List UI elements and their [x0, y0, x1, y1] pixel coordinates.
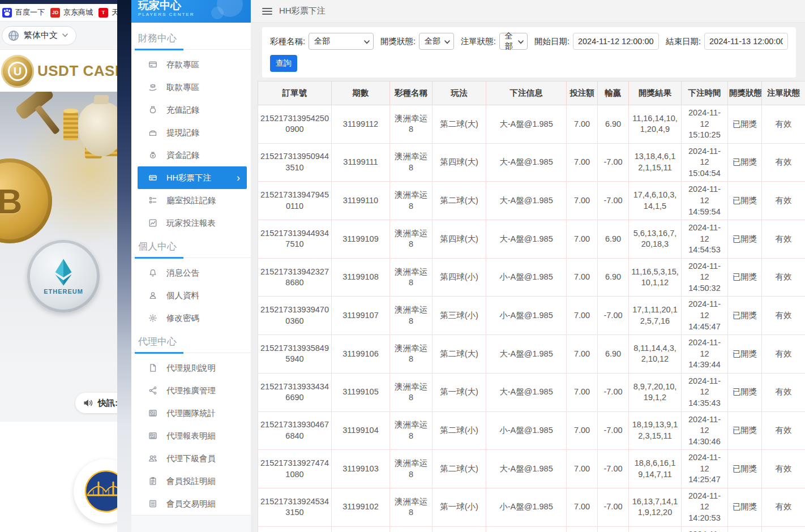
cell-draw_status: 已開獎: [728, 450, 762, 488]
news-ticker[interactable]: 快訊:: [75, 393, 117, 413]
cell-bet_info: 大-A盤@1.985: [486, 526, 567, 532]
cell-order_no: 2152173139394700360: [258, 297, 332, 335]
cell-bet_time: 2024-11-12 15:10:25: [682, 105, 728, 144]
cell-order_no: 2152173139304676840: [258, 411, 332, 450]
ethereum-coin-graphic: ETHEREUM: [27, 240, 100, 312]
cell-order_no: 2152173139449347510: [258, 220, 332, 259]
sidebar-item-deposit[interactable]: 存款專區: [138, 53, 247, 76]
globe-icon: [8, 30, 19, 41]
cell-win_loss: -14.00: [598, 526, 629, 532]
start-date-input[interactable]: [573, 33, 659, 50]
header-win_loss: 輸贏: [598, 81, 629, 105]
bookmark-jd[interactable]: JD京东商城: [50, 7, 93, 18]
cell-order_no: 2152173139479450110: [258, 182, 332, 220]
cell-draw_result: 16,13,7,14,11,9,12,20: [629, 488, 682, 526]
table-row: 215217313921213431031199101澳洲幸运8第一球(大)大-…: [258, 526, 805, 532]
cell-win_loss: -7.00: [598, 411, 629, 450]
cell-bet_time: 2024-11-12 14:20:53: [682, 488, 728, 526]
filter-panel: 彩種名稱: 全部 開獎狀態: 全部 注單狀態: 全部 開始日期: 結束日期:: [262, 27, 796, 78]
order-status-select[interactable]: 全部: [499, 33, 528, 50]
draw-status-select[interactable]: 全部: [419, 33, 454, 50]
section-heading: 財務中心: [131, 28, 251, 50]
sidebar-item-label: 消息公告: [166, 268, 199, 278]
sidebar-item-withdraw[interactable]: 取款專區: [138, 76, 247, 98]
table-row: 215217313924534315031199102澳洲幸运8第一球(小)小-…: [258, 488, 805, 526]
gavel-graphic: [14, 92, 54, 121]
screen: 百度一下JD京东商城T天猫 繁体中文 U USDT CASINO B: [0, 0, 805, 532]
cell-period: 31199109: [332, 220, 390, 259]
cell-period: 31199103: [332, 450, 390, 488]
cell-order_status: 有效: [762, 411, 805, 450]
cell-period: 31199111: [332, 143, 390, 182]
chevron-right-icon: ›: [237, 173, 240, 182]
bookmark-tmall[interactable]: T天猫: [99, 7, 117, 18]
cell-bet_info: 大-A盤@1.985: [486, 335, 567, 374]
sidebar-item-agent-report-details[interactable]: 代理報表明細: [138, 424, 247, 447]
header-bet_time: 下注時間: [682, 81, 728, 105]
sidebar-item-recharge-records[interactable]: 充值記錄: [138, 98, 247, 121]
cell-draw_result: 5,6,13,16,7,20,18,3: [629, 220, 682, 259]
lottery-name-value: 全部: [314, 36, 330, 46]
sidebar-item-profile[interactable]: 個人資料: [138, 284, 247, 307]
search-button[interactable]: 查詢: [270, 55, 297, 72]
cell-draw_result: 8,9,7,20,10,19,1,2: [629, 373, 682, 411]
filter-row: 彩種名稱: 全部 開獎狀態: 全部 注單狀態: 全部 開始日期: 結束日期:: [270, 33, 788, 50]
cell-order_no: 2152173139542500900: [258, 105, 332, 144]
sidebar: 玩家中心 PLAYERS CENTER 財務中心存款專區取款專區充值記錄提現記錄…: [131, 0, 251, 532]
sidebar-item-member-bet-details[interactable]: 會員投註明細: [138, 470, 247, 492]
cell-draw_status: 已開獎: [728, 526, 762, 532]
sidebar-item-change-password[interactable]: 修改密碼: [138, 307, 247, 329]
sidebar-item-withdrawal-records[interactable]: 提現記錄: [138, 121, 247, 144]
table-row: 215217313939470036031199107澳洲幸运8第三球(小)小-…: [258, 297, 805, 335]
sidebar-item-agent-team-stats[interactable]: 代理團隊統計: [138, 402, 247, 424]
cell-win_loss: -7.00: [598, 182, 629, 220]
lottery-icon: [148, 173, 157, 182]
site-logo[interactable]: U USDT CASINO: [0, 50, 117, 92]
sidebar-item-funds-records[interactable]: 資金記錄: [138, 144, 247, 166]
bookmark-label: 百度一下: [15, 7, 45, 18]
bell-icon: [148, 268, 157, 277]
sidebar-item-member-transaction-details[interactable]: 會員交易明細: [138, 492, 247, 515]
sidebar-title: 玩家中心: [138, 0, 251, 12]
language-selector[interactable]: 繁体中文: [2, 26, 76, 45]
lottery-name-select[interactable]: 全部: [309, 33, 374, 50]
sidebar-item-agent-rules[interactable]: 代理規則說明: [138, 357, 247, 379]
cell-win_loss: -7.00: [598, 488, 629, 526]
sidebar-item-label: 取款專區: [166, 82, 199, 93]
sidebar-item-label: 代理規則說明: [166, 363, 216, 374]
header-play: 玩法: [433, 81, 486, 105]
sidebar-item-room-bet-records[interactable]: 廳室投註記錄: [138, 189, 247, 212]
cell-bet_amount: 7.00: [567, 258, 598, 297]
sidebar-item-agent-subordinates[interactable]: 代理下級會員: [138, 447, 247, 470]
sidebar-item-hh-lottery-bets[interactable]: HH彩票下注›: [138, 166, 247, 189]
cell-win_loss: 6.90: [598, 258, 629, 297]
end-date-input[interactable]: [704, 33, 788, 50]
sidebar-item-announcements[interactable]: 消息公告: [138, 261, 247, 284]
sidebar-item-player-bet-report[interactable]: 玩家投注報表: [138, 212, 247, 234]
cell-bet_time: 2024-11-12 14:50:32: [682, 258, 728, 297]
hamburger-icon[interactable]: [262, 7, 272, 15]
cell-play: 第二球(大): [433, 450, 486, 488]
header-draw_status: 開獎狀態: [728, 81, 762, 105]
cell-period: 31199105: [332, 373, 390, 411]
table-row: 215217313942327868031199108澳洲幸运8第四球(小)小-…: [258, 258, 805, 297]
table-row: 215217313935849594031199106澳洲幸运8第二球(大)大-…: [258, 335, 805, 374]
cell-play: 第一球(大): [433, 373, 486, 411]
cell-draw_status: 已開獎: [728, 220, 762, 259]
browser-page-left: 百度一下JD京东商城T天猫 繁体中文 U USDT CASINO B: [0, 0, 117, 532]
sidebar-item-agent-promotion[interactable]: 代理推廣管理: [138, 379, 247, 402]
lottery-name-label: 彩種名稱:: [270, 36, 305, 47]
cell-order_status: 有效: [762, 335, 805, 374]
cell-bet_amount: 7.00: [567, 488, 598, 526]
cell-win_loss: -7.00: [598, 450, 629, 488]
cell-bet_amount: 7.00: [567, 373, 598, 411]
cell-lottery_name: 澳洲幸运8: [390, 450, 433, 488]
baidu-icon: [2, 8, 12, 18]
bookmark-label: 京东商城: [63, 7, 93, 18]
cell-lottery_name: 澳洲幸运8: [390, 526, 433, 532]
user-icon: [148, 291, 157, 300]
bookmark-baidu[interactable]: 百度一下: [2, 7, 45, 18]
order-status-label: 注單狀態:: [461, 36, 496, 47]
chevron-down-icon: [364, 40, 370, 44]
sidebar-subtitle: PLAYERS CENTER: [138, 12, 251, 17]
